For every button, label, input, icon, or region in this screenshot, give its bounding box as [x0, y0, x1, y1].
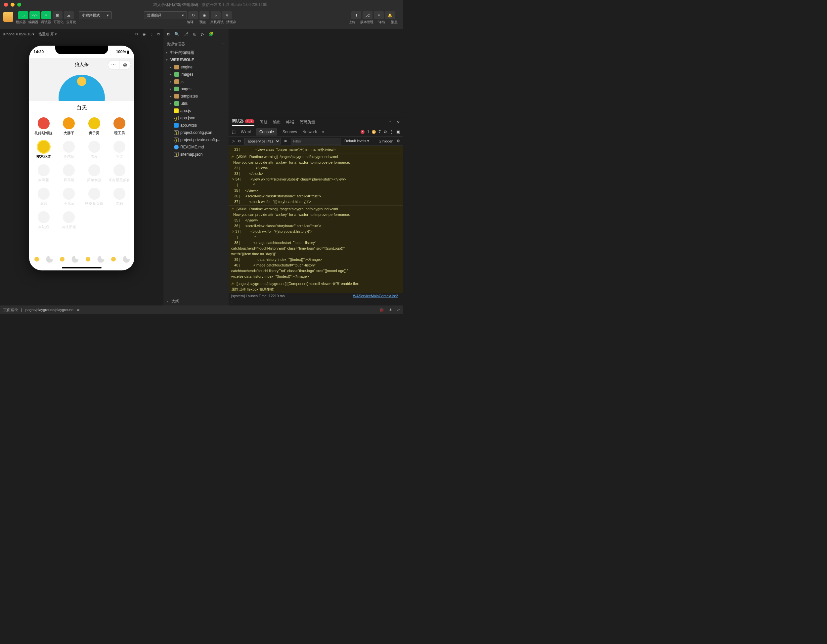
file-item[interactable]: {}app.json	[164, 114, 229, 122]
upload-button[interactable]: ⬆	[351, 11, 361, 19]
debugger-toggle[interactable]: ≡	[41, 11, 51, 19]
capsule-menu[interactable]: ⋯◎	[108, 60, 131, 69]
player-cell[interactable]: 扎姆斯螺旋	[31, 115, 56, 138]
file-item[interactable]: README.md	[164, 143, 229, 151]
visual-toggle[interactable]: ⊞	[53, 11, 62, 19]
folder-item[interactable]: ▸engine	[164, 64, 229, 71]
tab-quality[interactable]: 代码质量	[300, 119, 315, 125]
close-panel-icon[interactable]: ✕	[396, 120, 400, 124]
root-folder[interactable]: ▾WEREWOLF	[164, 56, 229, 64]
clear-icon[interactable]: ⊘	[238, 139, 241, 143]
timeline[interactable]	[29, 253, 134, 266]
devtab-network[interactable]: Network	[302, 129, 317, 134]
collapse-icon[interactable]: ⌃	[388, 120, 391, 124]
opened-editors-section[interactable]: ▸打开的编辑器	[164, 49, 229, 56]
player-cell[interactable]: 卷发	[82, 138, 107, 162]
details-button[interactable]: ≡	[374, 11, 384, 19]
hidden-count[interactable]: 2 hidden	[379, 139, 393, 143]
player-cell[interactable]: 扶桑花女孩	[82, 185, 107, 208]
device-select[interactable]: iPhone X 85% 16 ▾	[3, 32, 34, 36]
player-cell[interactable]: 萝莉	[107, 185, 132, 208]
player-cell[interactable]: 小花朵	[56, 185, 82, 208]
refresh-icon[interactable]: ↻	[135, 32, 138, 36]
context-select[interactable]: appservice (#1)	[244, 138, 281, 145]
bug-icon[interactable]: 🐞	[379, 308, 384, 312]
devtab-sources[interactable]: Sources	[282, 129, 297, 134]
devtab-console[interactable]: Console	[256, 128, 277, 135]
notifications-button[interactable]: 🔔	[385, 11, 395, 19]
dock-icon[interactable]: ▣	[396, 129, 400, 134]
outline-section[interactable]: ▸大纲	[164, 297, 229, 305]
folder-item[interactable]: ▸images	[164, 71, 229, 78]
eye-icon[interactable]: 👁	[389, 308, 392, 312]
compile-button[interactable]: ↻	[188, 11, 198, 19]
folder-item[interactable]: ▸js	[164, 78, 229, 85]
editor-toggle[interactable]: </>	[30, 11, 40, 19]
levels-select[interactable]: Default levels ▾	[344, 139, 369, 143]
player-cell[interactable]: 突突	[107, 138, 132, 162]
git-icon[interactable]: ⎇	[184, 32, 189, 36]
more-icon[interactable]: 🧩	[209, 32, 214, 36]
console-output[interactable]: 23 | <view class="player-name">{{item.na…	[229, 146, 403, 305]
search-icon[interactable]: 🔍	[174, 32, 179, 36]
eye-icon[interactable]: 👁	[284, 139, 287, 143]
devtab-more[interactable]: »	[322, 129, 325, 134]
player-cell[interactable]: 大姑娘	[31, 208, 56, 232]
preview-button[interactable]: ◉	[200, 11, 209, 19]
file-item[interactable]: {}project.config.json	[164, 129, 229, 136]
player-cell[interactable]: 狮子男	[82, 115, 107, 138]
warn-count-icon[interactable]: ▲	[372, 130, 376, 134]
error-count-icon[interactable]: ✕	[360, 130, 365, 134]
player-cell[interactable]: 查尔斯	[56, 138, 82, 162]
source-link[interactable]: WAServiceMainContext.js:2	[353, 294, 398, 299]
player-cell[interactable]: 向往阳光	[56, 208, 82, 232]
close-window-button[interactable]	[4, 3, 8, 6]
device-icon[interactable]: ▯	[150, 32, 153, 36]
tab-terminal[interactable]: 终端	[286, 119, 294, 125]
simulator-toggle[interactable]: ▭	[18, 11, 28, 19]
popout-icon[interactable]: ⧉	[157, 32, 160, 36]
kebab-icon[interactable]: ⋮	[390, 129, 394, 134]
player-cell[interactable]: 理工男	[107, 115, 132, 138]
cloud-toggle[interactable]: ☁	[64, 11, 74, 19]
copy-icon[interactable]: ⧉	[77, 308, 80, 312]
console-prompt[interactable]: ›	[229, 299, 403, 305]
files-tab-icon[interactable]: ⧉	[167, 32, 170, 36]
filter-input[interactable]	[291, 138, 341, 145]
clear-cache-button[interactable]: ≋	[222, 11, 232, 19]
player-cell[interactable]: 大胖子	[56, 115, 82, 138]
expand-icon[interactable]: ⤢	[397, 308, 400, 312]
tab-problems[interactable]: 问题	[260, 119, 268, 125]
player-cell[interactable]: 樱木花道	[31, 138, 56, 162]
remote-debug-button[interactable]: ⟐	[211, 11, 221, 19]
folder-item[interactable]: ▸utils	[164, 100, 229, 107]
minimize-window-button[interactable]	[11, 3, 14, 6]
more-actions-icon[interactable]: ⋯	[222, 42, 225, 46]
page-path[interactable]: pages/playground/playground	[25, 308, 73, 312]
folder-item[interactable]: ▸pages	[164, 85, 229, 93]
maximize-window-button[interactable]	[17, 3, 21, 6]
file-item[interactable]: {}sitemap.json	[164, 151, 229, 158]
file-item[interactable]: app.wxss	[164, 122, 229, 129]
hotreload-toggle[interactable]: 热重载 开 ▾	[38, 32, 57, 37]
play-icon[interactable]: ▷	[232, 139, 234, 143]
gear-icon[interactable]: ⚙	[396, 139, 400, 143]
compile-select[interactable]: 普通编译▾	[144, 11, 187, 19]
version-button[interactable]: ⎇	[362, 11, 373, 19]
extensions-icon[interactable]: ⊞	[193, 32, 197, 36]
file-item[interactable]: app.js	[164, 107, 229, 114]
record-icon[interactable]: ◉	[143, 32, 146, 36]
player-cell[interactable]: 大麻花	[31, 162, 56, 185]
run-icon[interactable]: ▷	[201, 32, 204, 36]
settings-icon[interactable]: ⚙	[384, 129, 387, 134]
player-cell[interactable]: 童言	[31, 185, 56, 208]
folder-item[interactable]: ▸templates	[164, 93, 229, 100]
devtab-wxml[interactable]: Wxml	[241, 129, 251, 134]
player-cell[interactable]: 简单女孩	[82, 162, 107, 185]
player-cell[interactable]: 双马尾	[56, 162, 82, 185]
inspect-icon[interactable]: ⬚	[232, 129, 236, 134]
tab-output[interactable]: 输出	[273, 119, 281, 125]
mode-select[interactable]: 小程序模式▾	[79, 11, 112, 19]
tab-debugger[interactable]: 调试器 1, 7	[232, 118, 254, 126]
player-cell[interactable]: 来自星星的你	[107, 162, 132, 185]
